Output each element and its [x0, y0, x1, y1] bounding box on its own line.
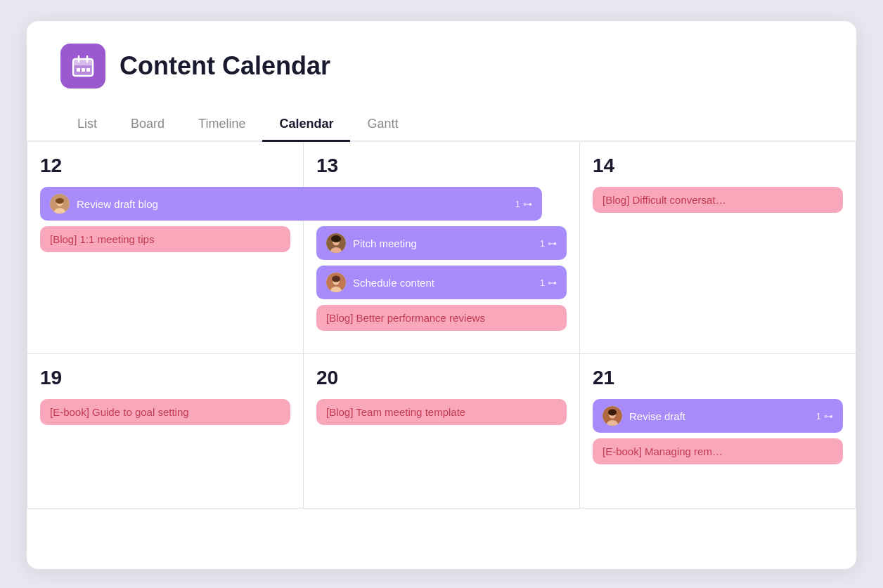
event-title: Review draft blog — [77, 198, 508, 210]
calendar-cell-21: 21 Revise draft 1 ⊶ [E-book] Mana — [580, 354, 856, 509]
event-blog-team-meeting[interactable]: [Blog] Team meeting template — [316, 399, 567, 425]
event-ebook-goal[interactable]: [E-book] Guide to goal setting — [40, 399, 290, 425]
tab-board[interactable]: Board — [114, 108, 181, 142]
event-better-performance[interactable]: [Blog] Better performance reviews — [316, 305, 567, 331]
event-title: Schedule content — [353, 277, 533, 289]
day-number: 13 — [316, 155, 567, 177]
day-number: 20 — [316, 367, 567, 389]
svg-point-15 — [331, 235, 341, 242]
calendar-cell-19: 19 [E-book] Guide to goal setting — [27, 354, 304, 509]
event-title: [E-book] Managing rem… — [602, 445, 833, 457]
event-title: Pitch meeting — [353, 237, 533, 249]
subtask-icon: ⊶ — [548, 277, 557, 288]
event-title: [E-book] Guide to goal setting — [50, 406, 281, 418]
svg-rect-6 — [82, 68, 85, 72]
subtask-icon: ⊶ — [824, 411, 833, 422]
calendar-grid: 12 Review draft blog 1 ⊶ [ — [27, 142, 856, 509]
event-meta: 1 ⊶ — [540, 238, 557, 249]
event-meta: 1 ⊶ — [540, 277, 557, 288]
event-count: 1 — [540, 277, 545, 288]
subtask-icon: ⊶ — [523, 199, 532, 209]
page-title: Content Calendar — [120, 51, 330, 81]
day-number: 19 — [40, 367, 290, 389]
event-revise-draft[interactable]: Revise draft 1 ⊶ — [593, 399, 843, 433]
day-number: 12 — [40, 155, 290, 177]
event-schedule-content[interactable]: Schedule content 1 ⊶ — [316, 266, 567, 299]
calendar-cell-12: 12 Review draft blog 1 ⊶ [ — [27, 142, 304, 354]
app-title-row: Content Calendar — [60, 44, 823, 89]
avatar-female1 — [326, 233, 346, 253]
tab-bar: List Board Timeline Calendar Gantt — [27, 108, 856, 142]
event-title: [Blog] 1:1 meeting tips — [50, 233, 281, 245]
event-pitch-meeting[interactable]: Pitch meeting 1 ⊶ — [316, 226, 567, 260]
subtask-icon: ⊶ — [548, 238, 557, 249]
svg-rect-7 — [86, 68, 90, 72]
tab-list[interactable]: List — [60, 108, 114, 142]
svg-point-23 — [608, 410, 617, 416]
tab-gantt[interactable]: Gantt — [350, 108, 415, 142]
avatar-female3 — [602, 406, 622, 426]
header: Content Calendar List Board Timeline Cal… — [27, 21, 856, 142]
avatar-female2 — [326, 273, 346, 292]
svg-rect-5 — [77, 68, 80, 72]
calendar-cell-13: 13 Pitch meeting 1 ⊶ — [304, 142, 580, 354]
event-title: [Blog] Better performance reviews — [326, 312, 557, 324]
event-meta: 1 ⊶ — [816, 411, 833, 422]
calendar-icon — [72, 55, 94, 77]
event-meta: 1 ⊶ — [515, 199, 532, 209]
event-title: Revise draft — [629, 410, 809, 422]
tab-timeline[interactable]: Timeline — [181, 108, 262, 142]
event-count: 1 — [816, 411, 821, 422]
app-icon — [60, 44, 105, 89]
event-title: [Blog] Difficult conversat… — [602, 194, 833, 206]
avatar-male1 — [50, 194, 70, 214]
event-count: 1 — [540, 238, 545, 249]
calendar-cell-14: 14 [Blog] Difficult conversat… — [580, 142, 856, 354]
calendar-cell-20: 20 [Blog] Team meeting template — [304, 354, 580, 509]
event-difficult-convo[interactable]: [Blog] Difficult conversat… — [593, 187, 843, 213]
event-title: [Blog] Team meeting template — [326, 406, 557, 418]
event-review-draft-blog[interactable]: Review draft blog 1 ⊶ — [40, 187, 542, 221]
day-number: 14 — [593, 155, 843, 177]
event-ebook-managing[interactable]: [E-book] Managing rem… — [593, 438, 843, 464]
tab-calendar[interactable]: Calendar — [262, 108, 350, 142]
day-number: 21 — [593, 367, 843, 389]
event-blog-11-meeting[interactable]: [Blog] 1:1 meeting tips — [40, 226, 290, 252]
svg-rect-2 — [73, 59, 93, 65]
svg-point-19 — [332, 276, 340, 282]
app-window: Content Calendar List Board Timeline Cal… — [27, 21, 856, 569]
svg-point-11 — [56, 198, 64, 204]
event-count: 1 — [515, 199, 520, 209]
